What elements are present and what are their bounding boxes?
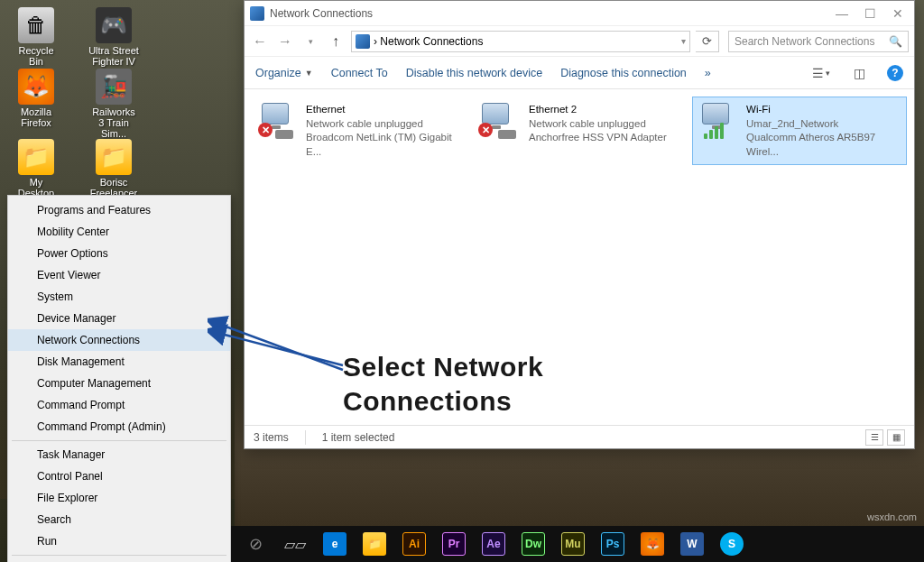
menu-control-panel[interactable]: Control Panel <box>8 465 230 487</box>
taskbar-explorer[interactable]: 📁 <box>357 530 392 558</box>
menu-disk-management[interactable]: Disk Management <box>8 351 230 373</box>
taskbar-photoshop[interactable]: Ps <box>596 530 630 558</box>
menu-file-explorer[interactable]: File Explorer <box>8 487 230 509</box>
window-title: Network Connections <box>270 7 373 20</box>
recent-dropdown[interactable]: ▾ <box>300 32 320 51</box>
folder-icon: 📁 <box>18 139 54 175</box>
menu-shutdown[interactable]: Shut down or sign out <box>8 558 230 562</box>
menu-separator <box>12 440 226 441</box>
menu-device-manager[interactable]: Device Manager <box>8 308 230 329</box>
taskbar-illustrator[interactable]: Ai <box>397 530 431 558</box>
forward-button[interactable]: → <box>275 32 295 51</box>
diagnose-button[interactable]: Diagnose this connection <box>560 67 687 79</box>
menu-search[interactable]: Search <box>8 509 230 530</box>
taskbar-muse[interactable]: Mu <box>556 530 590 558</box>
menu-event-viewer[interactable]: Event Viewer <box>8 264 230 286</box>
folder-icon: 📁 <box>96 139 132 175</box>
recycle-bin-icon: 🗑 <box>18 7 54 43</box>
menu-system[interactable]: System <box>8 286 230 308</box>
taskbar: ⊘ ▱▱ e 📁 Ai Pr Ae Dw Mu Ps 🦊 W S <box>231 526 924 562</box>
minimize-button[interactable]: — <box>836 6 848 21</box>
desktop-icon-ultra-street-fighter[interactable]: 🎮 Ultra Street Fighter IV <box>88 7 139 67</box>
organize-button[interactable]: Organize▼ <box>255 67 313 79</box>
taskbar-taskview[interactable]: ▱▱ <box>278 530 312 558</box>
desktop-icon-recycle-bin[interactable]: 🗑 Recycle Bin <box>11 7 61 67</box>
taskbar-cortana[interactable]: ⊘ <box>238 530 273 558</box>
icons-view-button[interactable]: ▦ <box>887 429 905 446</box>
more-button[interactable]: » <box>705 67 711 79</box>
connection-ethernet2[interactable]: ✕ Ethernet 2 Network cable unplugged Anc… <box>472 97 687 152</box>
connect-to-button[interactable]: Connect To <box>331 67 388 79</box>
desktop-icon-firefox[interactable]: 🦊 Mozilla Firefox <box>11 69 61 139</box>
titlebar[interactable]: Network Connections — ☐ ✕ <box>245 1 914 26</box>
item-count: 3 items <box>254 431 289 444</box>
connection-wifi[interactable]: Wi-Fi Umar_2nd_Network Qualcomm Atheros … <box>692 97 907 165</box>
toolbar: Organize▼ Connect To Disable this networ… <box>245 57 914 89</box>
selection-count: 1 item selected <box>322 431 395 444</box>
view-options-button[interactable]: ☰▾ <box>811 63 831 83</box>
disable-device-button[interactable]: Disable this network device <box>406 67 542 79</box>
address-bar[interactable]: › Network Connections ▾ <box>351 31 690 52</box>
menu-run[interactable]: Run <box>8 530 230 552</box>
taskbar-aftereffects[interactable]: Ae <box>476 530 511 558</box>
firefox-icon: 🦊 <box>18 69 54 105</box>
winx-context-menu: Programs and Features Mobility Center Po… <box>7 195 231 562</box>
taskbar-edge[interactable]: e <box>318 530 352 558</box>
help-icon[interactable]: ? <box>887 65 903 81</box>
taskbar-firefox[interactable]: 🦊 <box>635 530 670 558</box>
navigation-bar: ← → ▾ ↑ › Network Connections ▾ ⟳ Search… <box>245 26 914 57</box>
railworks-icon: 🚂 <box>96 69 132 105</box>
menu-command-prompt-admin[interactable]: Command Prompt (Admin) <box>8 416 230 438</box>
desktop-icon-railworks[interactable]: 🚂 Railworks 3 Train Sim... <box>88 69 139 139</box>
menu-separator <box>12 555 226 556</box>
menu-power-options[interactable]: Power Options <box>8 243 230 264</box>
desktop-icons-row1: 🗑 Recycle Bin 🎮 Ultra Street Fighter IV <box>11 7 139 67</box>
details-view-button[interactable]: ☰ <box>865 429 883 446</box>
taskbar-premiere[interactable]: Pr <box>437 530 471 558</box>
menu-network-connections[interactable]: Network Connections <box>8 329 230 351</box>
search-input[interactable]: Search Network Connections 🔍 <box>728 31 909 52</box>
address-dropdown-icon[interactable]: ▾ <box>681 36 686 46</box>
menu-task-manager[interactable]: Task Manager <box>8 444 230 465</box>
connection-ethernet[interactable]: ✕ Ethernet Network cable unplugged Broad… <box>252 97 467 165</box>
desktop-icons-row2: 🦊 Mozilla Firefox 🚂 Railworks 3 Train Si… <box>11 69 139 139</box>
menu-programs-features[interactable]: Programs and Features <box>8 199 230 221</box>
ethernet-icon: ✕ <box>478 103 522 139</box>
window-icon <box>250 6 264 21</box>
taskbar-word[interactable]: W <box>675 530 709 558</box>
up-button[interactable]: ↑ <box>326 32 346 51</box>
preview-pane-button[interactable]: ◫ <box>849 63 869 83</box>
annotation-text: Select Network Connections <box>343 350 543 418</box>
wifi-icon <box>698 103 739 139</box>
menu-command-prompt[interactable]: Command Prompt <box>8 394 230 416</box>
search-icon: 🔍 <box>889 35 902 48</box>
status-bar: 3 items 1 item selected ☰ ▦ <box>245 425 914 448</box>
game-icon: 🎮 <box>96 7 132 43</box>
taskbar-skype[interactable]: S <box>715 530 749 558</box>
menu-mobility-center[interactable]: Mobility Center <box>8 221 230 243</box>
location-icon <box>356 34 370 49</box>
maximize-button[interactable]: ☐ <box>864 6 876 21</box>
refresh-button[interactable]: ⟳ <box>696 31 719 52</box>
close-button[interactable]: ✕ <box>892 6 903 21</box>
watermark: wsxdn.com <box>867 511 917 522</box>
ethernet-icon: ✕ <box>258 103 299 139</box>
menu-computer-management[interactable]: Computer Management <box>8 373 230 394</box>
taskbar-dreamweaver[interactable]: Dw <box>516 530 550 558</box>
back-button[interactable]: ← <box>250 32 270 51</box>
